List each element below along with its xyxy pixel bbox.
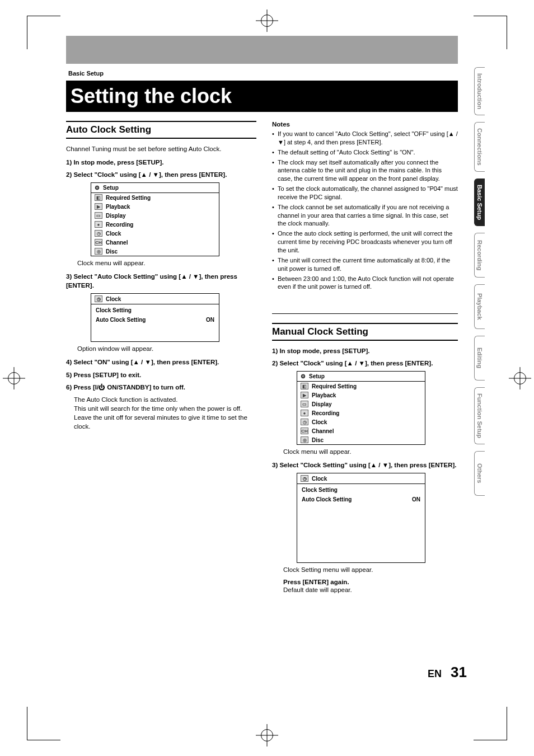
manual-step-3: 3) Select "Clock Setting" using [▲ / ▼],… xyxy=(272,461,458,469)
setup-item-label: Recording xyxy=(312,410,339,416)
clock-setting-label: Clock Setting xyxy=(96,307,132,313)
setup-menu-title: ⚙ Setup xyxy=(91,183,219,193)
auto-clock-value: ON xyxy=(206,317,214,323)
clock-menu-title: ◷ Clock xyxy=(91,294,219,304)
header-banner xyxy=(66,36,458,64)
page-footer: EN 31 xyxy=(428,664,467,681)
updown-arrow-icon: ▲ / ▼ xyxy=(371,462,388,468)
manual-caption-1: Clock menu will appear. xyxy=(283,448,458,455)
setup-item-recording: ●Recording xyxy=(91,220,219,229)
section-header-auto: Auto Clock Setting xyxy=(66,121,256,139)
footer-language: EN xyxy=(428,668,442,680)
separator xyxy=(272,313,458,314)
setup-item-recording: ●Recording xyxy=(297,408,425,417)
manual-step-3-suffix: ], then press [ENTER]. xyxy=(388,462,456,468)
breadcrumb: Basic Setup xyxy=(68,70,104,77)
setup-icon: ⚙ xyxy=(95,185,100,191)
clock-row-auto: Auto Clock Setting ON xyxy=(91,315,219,325)
step-6: 6) Press [I/⏻ ON/STANDBY] to turn off. xyxy=(66,383,256,392)
manual-step-2: 2) Select "Clock" using [▲ / ▼], then pr… xyxy=(272,359,458,368)
manual-step-1: 1) In stop mode, press [SETUP]. xyxy=(272,346,458,355)
setup-menu-title-2: ⚙ Setup xyxy=(297,372,425,382)
setup-item-label: Required Setting xyxy=(312,383,357,389)
registration-mark-icon xyxy=(514,372,526,384)
side-tab-recording[interactable]: Recording xyxy=(474,233,485,278)
setup-icon: ⚙ xyxy=(301,373,306,379)
menu-item-icon: CH xyxy=(301,428,308,434)
intro-text: Channel Tuning must be set before settin… xyxy=(66,144,256,153)
setup-title-label: Setup xyxy=(103,185,119,191)
menu-item-icon: ▭ xyxy=(301,401,308,407)
clock-setting-label: Clock Setting xyxy=(302,487,338,493)
updown-arrow-icon: ▲ / ▼ xyxy=(141,171,159,178)
menu-item-icon: CH xyxy=(95,239,102,246)
crop-mark-icon xyxy=(474,707,507,740)
auto-clock-label: Auto Clock Setting xyxy=(96,317,146,323)
note-item: The unit will correct the current time a… xyxy=(272,256,458,273)
updown-arrow-icon: ▲ / ▼ xyxy=(181,273,199,280)
page-title: Setting the clock xyxy=(66,81,458,112)
setup-menu-box-2: ⚙ Setup ◧Required Setting ▶Playback ▭Dis… xyxy=(297,371,425,445)
setup-item-label: Channel xyxy=(106,240,128,246)
side-tab-others[interactable]: Others xyxy=(474,451,485,496)
side-tab-nav: Introduction Connections Basic Setup Rec… xyxy=(474,67,485,496)
note-item: The clock may set itself automatically a… xyxy=(272,158,458,184)
clock-title-label: Clock xyxy=(106,296,121,302)
setup-item-label: Disc xyxy=(312,437,324,443)
setup-item-label: Required Setting xyxy=(106,195,151,201)
step-1: 1) In stop mode, press [SETUP]. xyxy=(66,158,256,167)
step-6-body-1: The Auto Clock function is activated. xyxy=(74,395,256,404)
section-header-manual: Manual Clock Setting xyxy=(272,323,458,341)
crop-mark-icon xyxy=(474,16,507,49)
setup-item-label: Clock xyxy=(312,419,327,425)
setup-item-label: Disc xyxy=(106,248,118,255)
caption-1: Clock menu will appear. xyxy=(77,260,256,266)
clock-menu-box-2: ◷ Clock Clock Setting Auto Clock Setting… xyxy=(297,473,425,563)
side-tab-playback[interactable]: Playback xyxy=(474,284,485,329)
setup-item-channel: CHChannel xyxy=(91,238,219,247)
notes-title: Notes xyxy=(272,121,458,128)
menu-item-icon: ◎ xyxy=(95,248,102,255)
step-5: 5) Press [SETUP] to exit. xyxy=(66,370,256,379)
step-3: 3) Select "Auto Clock Setting" using [▲ … xyxy=(66,272,256,290)
manual-caption-2: Clock Setting menu will appear. xyxy=(283,566,458,573)
menu-item-icon: ● xyxy=(95,221,102,228)
side-tab-basic-setup[interactable]: Basic Setup xyxy=(474,179,485,226)
clock-icon: ◷ xyxy=(95,295,102,302)
notes-list: If you want to cancel "Auto Clock Settin… xyxy=(272,130,458,291)
auto-clock-value: ON xyxy=(412,496,420,503)
manual-step-2-suffix: ], then press [ENTER]. xyxy=(365,360,433,367)
setup-item-label: Display xyxy=(312,401,332,407)
caption-2: Option window will appear. xyxy=(77,345,256,352)
step-2: 2) Select "Clock" using [▲ / ▼], then pr… xyxy=(66,170,256,179)
side-tab-function-setup[interactable]: Function Setup xyxy=(474,387,485,444)
step-4: 4) Select "ON" using [▲ / ▼], then press… xyxy=(66,358,256,367)
setup-item-disc: ◎Disc xyxy=(297,435,425,444)
setup-item-label: Playback xyxy=(312,392,336,398)
crop-mark-icon xyxy=(27,707,60,740)
crop-mark-icon xyxy=(27,16,60,49)
setup-item-label: Recording xyxy=(106,222,133,228)
menu-item-icon: ◷ xyxy=(95,230,102,237)
side-tab-editing[interactable]: Editing xyxy=(474,336,485,381)
clock-icon: ◷ xyxy=(301,475,308,482)
setup-title-label: Setup xyxy=(309,373,325,379)
setup-item-disc: ◎Disc xyxy=(91,247,219,256)
note-item: To set the clock automatically, the chan… xyxy=(272,185,458,201)
clock-title-label: Clock xyxy=(312,476,327,482)
menu-item-icon: ▭ xyxy=(95,212,102,219)
side-tab-connections[interactable]: Connections xyxy=(474,122,485,172)
setup-item-required: ◧Required Setting xyxy=(91,193,219,202)
updown-arrow-icon: ▲ / ▼ xyxy=(347,360,365,367)
setup-item-label: Clock xyxy=(106,231,121,237)
menu-item-icon: ◧ xyxy=(301,383,308,389)
side-tab-introduction[interactable]: Introduction xyxy=(474,67,485,115)
footer-page-number: 31 xyxy=(451,664,467,681)
registration-mark-icon xyxy=(261,15,273,27)
step-3-prefix: 3) Select "Auto Clock Setting" using [ xyxy=(66,273,181,280)
clock-menu-box: ◷ Clock Clock Setting Auto Clock Setting… xyxy=(91,293,219,342)
setup-item-label: Channel xyxy=(312,428,334,434)
step-2-prefix: 2) Select "Clock" using [ xyxy=(66,171,141,178)
press-enter-again: Press [ENTER] again. xyxy=(283,579,458,585)
step-6-body-2: This unit will search for the time only … xyxy=(74,404,256,431)
